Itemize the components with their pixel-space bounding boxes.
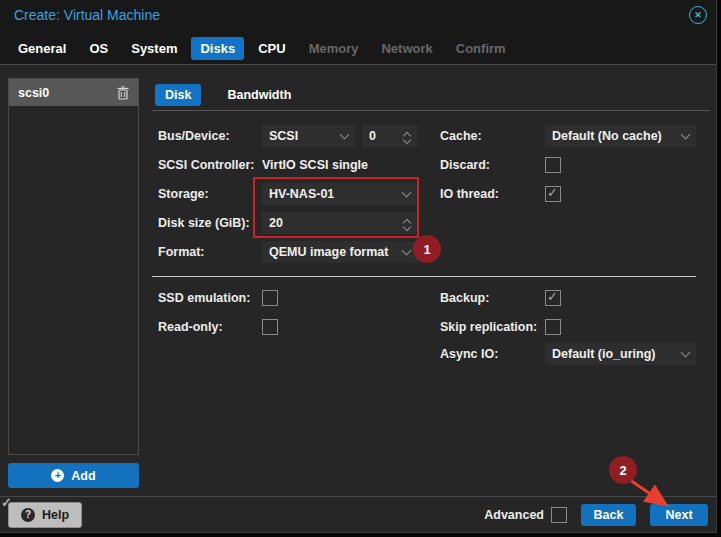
- storage-select[interactable]: HV-NAS-01: [262, 183, 417, 205]
- storage-label: Storage:: [158, 183, 209, 205]
- ssd-emulation-label: SSD emulation:: [158, 287, 250, 309]
- cache-select[interactable]: Default (No cache): [545, 125, 696, 147]
- tab-disks[interactable]: Disks: [191, 37, 244, 60]
- io-thread-label: IO thread:: [440, 183, 499, 205]
- disk-list-panel: scsi0: [8, 78, 139, 455]
- chevron-down-icon: [402, 246, 412, 256]
- tab-os[interactable]: OS: [80, 37, 117, 60]
- dialog-title: Create: Virtual Machine: [14, 7, 160, 23]
- advanced-label: Advanced: [484, 508, 544, 522]
- cache-label: Cache:: [440, 125, 482, 147]
- spinner-arrows-icon[interactable]: [404, 130, 410, 143]
- chevron-down-icon: [681, 348, 691, 358]
- disk-list-item-scsi0[interactable]: scsi0: [9, 79, 138, 106]
- advanced-checkbox[interactable]: [551, 507, 567, 523]
- disk-item-label: scsi0: [18, 86, 49, 100]
- async-io-label: Async IO:: [440, 343, 498, 365]
- bus-device-label: Bus/Device:: [158, 125, 230, 147]
- tab-network: Network: [372, 37, 441, 60]
- step-1-badge: 1: [413, 235, 441, 263]
- close-icon[interactable]: ✕: [689, 6, 707, 24]
- chevron-down-icon: [402, 188, 412, 198]
- trash-icon[interactable]: [117, 86, 129, 100]
- read-only-checkbox[interactable]: [262, 319, 278, 335]
- tab-confirm: Confirm: [447, 37, 515, 60]
- chevron-down-icon: [340, 130, 350, 140]
- ssd-emulation-checkbox[interactable]: [262, 290, 278, 306]
- backup-label: Backup:: [440, 287, 489, 309]
- cache-value: Default (No cache): [552, 129, 682, 143]
- create-vm-dialog: Create: Virtual Machine ✕ General OS Sys…: [0, 0, 717, 533]
- tab-general[interactable]: General: [9, 37, 75, 60]
- format-value: QEMU image format: [269, 245, 403, 259]
- back-button[interactable]: Back: [581, 504, 636, 526]
- bus-type-select[interactable]: SCSI: [262, 125, 355, 147]
- disk-size-value: 20: [269, 216, 404, 230]
- discard-label: Discard:: [440, 154, 490, 176]
- scsi-controller-label: SCSI Controller:: [158, 154, 255, 176]
- backup-checkbox[interactable]: [545, 290, 561, 306]
- subtab-disk[interactable]: Disk: [155, 84, 201, 106]
- subtab-bandwidth[interactable]: Bandwidth: [217, 84, 301, 106]
- skip-replication-label: Skip replication:: [440, 316, 537, 338]
- dialog-footer: ? Help Advanced Back Next: [0, 496, 716, 532]
- help-button-label: Help: [42, 508, 69, 522]
- io-thread-checkbox[interactable]: [545, 186, 561, 202]
- spinner-arrows-icon[interactable]: [404, 217, 410, 230]
- subtab-divider: [152, 110, 710, 111]
- skip-replication-checkbox[interactable]: [545, 319, 561, 335]
- add-button-label: Add: [71, 469, 95, 483]
- disk-size-spinner[interactable]: 20: [262, 212, 417, 234]
- question-mark-icon: ?: [21, 508, 35, 522]
- disk-size-label: Disk size (GiB):: [158, 212, 250, 234]
- tab-system[interactable]: System: [122, 37, 186, 60]
- add-disk-button[interactable]: + Add: [8, 463, 139, 488]
- bus-index-spinner[interactable]: 0: [362, 125, 417, 147]
- plus-icon: +: [51, 469, 64, 482]
- tab-cpu[interactable]: CPU: [249, 37, 294, 60]
- step-2-badge: 2: [609, 456, 637, 484]
- advanced-toggle: Advanced: [484, 507, 567, 523]
- chevron-down-icon: [681, 130, 691, 140]
- format-label: Format:: [158, 241, 205, 263]
- bus-index-value: 0: [369, 129, 404, 143]
- bus-type-value: SCSI: [269, 129, 341, 143]
- read-only-label: Read-only:: [158, 316, 223, 338]
- advanced-divider: [152, 276, 696, 277]
- scsi-controller-value: VirtIO SCSI single: [262, 154, 368, 176]
- disk-subtab-bar: Disk Bandwidth: [155, 84, 301, 106]
- async-io-value: Default (io_uring): [552, 347, 682, 361]
- next-button[interactable]: Next: [650, 504, 708, 526]
- discard-checkbox[interactable]: [545, 157, 561, 173]
- wizard-tab-bar: General OS System Disks CPU Memory Netwo…: [9, 37, 515, 60]
- async-io-select[interactable]: Default (io_uring): [545, 343, 696, 365]
- tab-memory: Memory: [300, 37, 368, 60]
- storage-value: HV-NAS-01: [269, 187, 403, 201]
- dialog-header: Create: Virtual Machine ✕ General OS Sys…: [0, 0, 716, 65]
- help-button[interactable]: ? Help: [8, 502, 82, 528]
- format-select[interactable]: QEMU image format: [262, 241, 417, 263]
